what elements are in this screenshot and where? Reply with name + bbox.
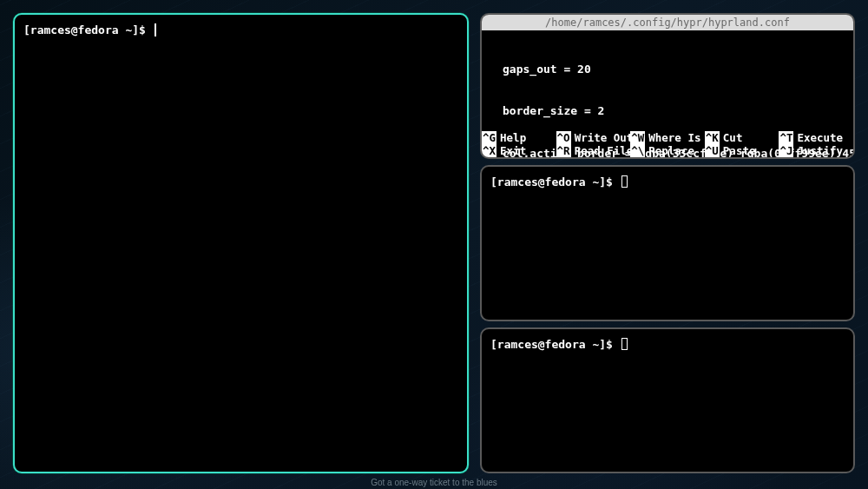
status-bar-text: Got a one-way ticket to the blues	[0, 478, 868, 487]
nano-label: Paste	[723, 144, 756, 157]
nano-key: ^K	[705, 131, 720, 144]
nano-key: ^T	[779, 131, 793, 144]
nano-help-item: ^OWrite Out	[556, 131, 631, 144]
nano-help-item: ^JJustify	[779, 144, 853, 157]
terminal-secondary-1[interactable]: [ramces@fedora ~]$	[480, 165, 855, 321]
nano-help-item: ^TExecute	[779, 131, 853, 144]
shell-prompt: [ramces@fedora ~]$	[490, 338, 620, 351]
nano-label: Replace	[648, 144, 694, 157]
nano-label: Execute	[797, 131, 843, 144]
nano-help-item: ^WWhere Is	[630, 131, 705, 144]
nano-key: ^J	[779, 144, 793, 157]
editor-line: gaps_out = 20	[503, 63, 846, 76]
nano-help-item: ^UPaste	[705, 144, 779, 157]
nano-key: ^U	[705, 144, 720, 157]
shell-prompt: [ramces@fedora ~]$	[23, 23, 153, 36]
prompt-line[interactable]: [ramces@fedora ~]$	[23, 20, 458, 36]
nano-label: Help	[500, 131, 526, 144]
cursor-icon	[155, 23, 156, 36]
nano-help-row: ^XExit ^RRead File ^\Replace ^UPaste ^JJ…	[482, 144, 853, 157]
cursor-icon	[621, 175, 628, 188]
nano-help-item: ^GHelp	[482, 131, 556, 144]
nano-key: ^W	[630, 131, 645, 144]
editor-titlebar: /home/ramces/.config/hypr/hyprland.conf	[482, 15, 853, 30]
shell-prompt: [ramces@fedora ~]$	[490, 175, 620, 188]
prompt-line[interactable]: [ramces@fedora ~]$	[490, 334, 845, 351]
nano-label: Read File	[575, 144, 631, 157]
editor-line: border_size = 2	[503, 104, 846, 118]
terminal-editor[interactable]: /home/ramces/.config/hypr/hyprland.conf …	[480, 13, 855, 159]
nano-key: ^\	[630, 144, 645, 157]
nano-help-row: ^GHelp ^OWrite Out ^WWhere Is ^KCut ^TEx…	[482, 131, 853, 144]
nano-label: Cut	[723, 131, 743, 144]
prompt-line[interactable]: [ramces@fedora ~]$	[490, 172, 845, 188]
cursor-icon	[621, 338, 628, 350]
nano-key: ^O	[556, 131, 571, 144]
nano-key: ^G	[482, 131, 496, 144]
nano-label: Justify	[797, 144, 843, 157]
nano-help-item: ^XExit	[482, 144, 556, 157]
nano-label: Where Is	[648, 131, 700, 144]
nano-help-item: ^\Replace	[630, 144, 705, 157]
nano-label: Write Out	[575, 131, 631, 144]
nano-help-bar: ^GHelp ^OWrite Out ^WWhere Is ^KCut ^TEx…	[482, 131, 853, 157]
terminal-main[interactable]: [ramces@fedora ~]$	[13, 13, 469, 473]
nano-help-item: ^KCut	[705, 131, 779, 144]
nano-help-item: ^RRead File	[556, 144, 631, 157]
terminal-secondary-2[interactable]: [ramces@fedora ~]$	[480, 327, 855, 473]
nano-key: ^X	[482, 144, 496, 157]
nano-label: Exit	[500, 144, 526, 157]
nano-key: ^R	[556, 144, 571, 157]
